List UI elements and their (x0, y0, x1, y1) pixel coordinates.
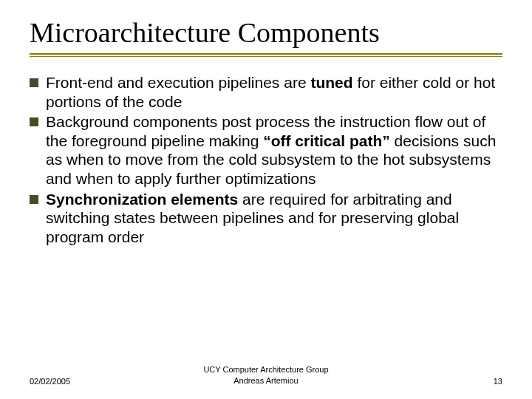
list-item-text: Background components post process the i… (46, 112, 502, 188)
footer: 02/02/2005 UCY Computer Architecture Gro… (0, 364, 532, 386)
footer-date: 02/02/2005 (30, 377, 187, 386)
footer-page: 13 (345, 377, 502, 386)
list-item-text: Synchronization elements are required fo… (46, 190, 502, 247)
content-area: Front-end and execution pipelines are tu… (30, 73, 502, 246)
list-item: Front-end and execution pipelines are tu… (30, 73, 502, 111)
square-bullet-icon (30, 195, 38, 204)
list-item-text: Front-end and execution pipelines are tu… (46, 73, 502, 111)
footer-center: UCY Computer Architecture Group Andreas … (187, 364, 344, 386)
slide: Microarchitecture Components Front-end a… (0, 0, 532, 399)
square-bullet-icon (30, 78, 38, 87)
list-item: Synchronization elements are required fo… (30, 190, 502, 247)
footer-group-1: UCY Computer Architecture Group (187, 364, 344, 375)
square-bullet-icon (30, 117, 38, 126)
list-item: Background components post process the i… (30, 112, 502, 188)
title-rule (30, 53, 502, 57)
footer-group-2: Andreas Artemiou (187, 375, 344, 386)
slide-title: Microarchitecture Components (30, 16, 502, 49)
